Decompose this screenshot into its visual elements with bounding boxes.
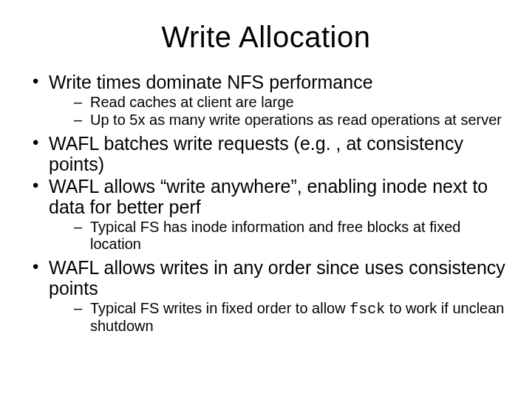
sub-bullet-text: Up to 5x as many write operations as rea… (90, 112, 502, 128)
bullet-text: WAFL allows writes in any order since us… (49, 257, 505, 299)
sub-bullet-text: Typical FS has inode information and fre… (90, 219, 460, 252)
bullet-text: WAFL batches write requests (e.g. , at c… (49, 133, 463, 174)
slide: Write Allocation Write times dominate NF… (0, 0, 532, 399)
bullet-list-level2: Read caches at client are large Up to 5x… (49, 94, 510, 129)
bullet-list-level2: Typical FS has inode information and fre… (49, 219, 510, 253)
bullet-item: WAFL batches write requests (e.g. , at c… (22, 133, 510, 174)
bullet-list-level2: Typical FS writes in fixed order to allo… (49, 300, 510, 335)
sub-bullet-item: Typical FS writes in fixed order to allo… (49, 300, 510, 335)
sub-bullet-item: Typical FS has inode information and fre… (49, 219, 510, 253)
bullet-list-level1: Write times dominate NFS performance Rea… (22, 72, 510, 335)
sub-bullet-item: Up to 5x as many write operations as rea… (49, 112, 510, 129)
bullet-item: WAFL allows “write anywhere”, enabling i… (22, 176, 510, 253)
bullet-item: Write times dominate NFS performance Rea… (22, 72, 510, 129)
sub-bullet-text: Read caches at client are large (90, 94, 294, 110)
bullet-item: WAFL allows writes in any order since us… (22, 257, 510, 335)
sub-bullet-text-part-a: Typical FS writes in fixed order to allo… (90, 300, 349, 316)
code-text: fsck (349, 301, 385, 318)
slide-title: Write Allocation (22, 21, 510, 54)
sub-bullet-item: Read caches at client are large (49, 94, 510, 111)
bullet-text: Write times dominate NFS performance (49, 72, 373, 92)
bullet-text: WAFL allows “write anywhere”, enabling i… (49, 176, 488, 217)
